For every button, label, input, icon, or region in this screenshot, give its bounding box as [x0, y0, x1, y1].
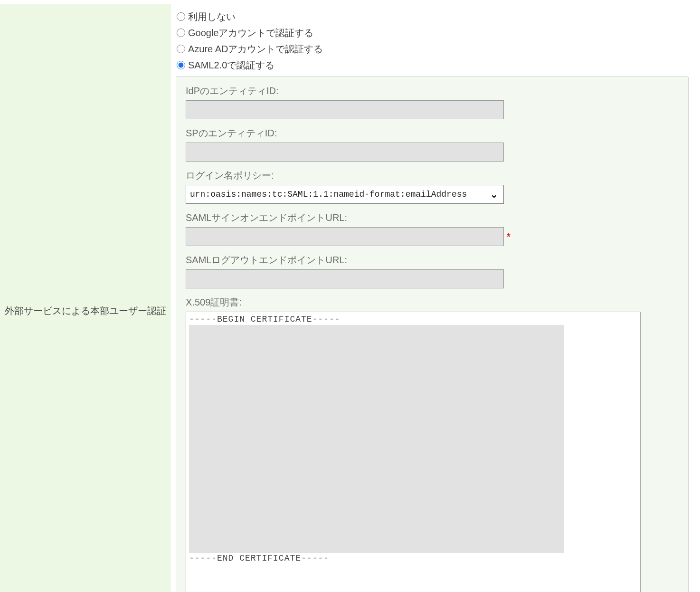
x509-cert-field: X.509証明書: -----BEGIN CERTIFICATE----- --…: [186, 296, 680, 592]
saml-signon-label: SAMLサインオンエンドポイントURL:: [186, 211, 680, 224]
login-name-policy-field: ログイン名ポリシー: urn:oasis:names:tc:SAML:1.1:n…: [186, 169, 680, 204]
login-name-policy-select[interactable]: urn:oasis:names:tc:SAML:1.1:nameid-forma…: [186, 185, 504, 204]
saml-logout-url-input[interactable]: [186, 269, 504, 288]
auth-setting-row: 外部サービスによる本部ユーザー認証 利用しない Googleアカウントで認証する…: [0, 4, 700, 592]
auth-option-none[interactable]: 利用しない: [177, 10, 695, 23]
x509-cert-textarea[interactable]: -----BEGIN CERTIFICATE----- -----END CER…: [186, 312, 641, 592]
auth-option-saml-label: SAML2.0で認証する: [188, 58, 274, 72]
auth-radio-none[interactable]: [177, 12, 185, 21]
auth-option-group: 利用しない Googleアカウントで認証する Azure ADアカウントで認証す…: [177, 10, 695, 72]
sp-entity-id-input[interactable]: [186, 143, 504, 162]
setting-label: 外部サービスによる本部ユーザー認証: [5, 305, 166, 317]
auth-radio-saml[interactable]: [177, 61, 185, 69]
idp-entity-id-input[interactable]: [186, 100, 504, 119]
saml-settings-panel: IdPのエンティティID: SPのエンティティID: ログイン名ポリシー:: [176, 76, 689, 592]
required-mark: *: [507, 231, 511, 242]
auth-option-saml[interactable]: SAML2.0で認証する: [177, 58, 695, 72]
idp-entity-id-label: IdPのエンティティID:: [186, 85, 680, 97]
cert-end-line: -----END CERTIFICATE-----: [189, 554, 329, 563]
saml-logout-label: SAMLログアウトエンドポイントURL:: [186, 254, 680, 267]
idp-entity-id-field: IdPのエンティティID:: [186, 85, 680, 119]
cert-body-redacted: [189, 325, 564, 553]
auth-option-google[interactable]: Googleアカウントで認証する: [177, 26, 695, 39]
sp-entity-id-label: SPのエンティティID:: [186, 127, 680, 140]
auth-option-none-label: 利用しない: [188, 10, 236, 23]
auth-option-azure-label: Azure ADアカウントで認証する: [188, 42, 323, 56]
cert-begin-line: -----BEGIN CERTIFICATE-----: [189, 315, 341, 324]
auth-radio-google[interactable]: [177, 29, 185, 37]
saml-logout-field: SAMLログアウトエンドポイントURL:: [186, 254, 680, 288]
auth-radio-azure[interactable]: [177, 45, 185, 53]
saml-signon-field: SAMLサインオンエンドポイントURL: *: [186, 211, 680, 246]
auth-option-azure[interactable]: Azure ADアカウントで認証する: [177, 42, 695, 56]
x509-cert-label: X.509証明書:: [186, 296, 680, 309]
setting-value-cell: 利用しない Googleアカウントで認証する Azure ADアカウントで認証す…: [171, 4, 700, 592]
auth-option-google-label: Googleアカウントで認証する: [188, 26, 314, 39]
setting-label-cell: 外部サービスによる本部ユーザー認証: [0, 4, 171, 592]
sp-entity-id-field: SPのエンティティID:: [186, 127, 680, 162]
login-name-policy-label: ログイン名ポリシー:: [186, 169, 680, 182]
saml-signon-url-input[interactable]: [186, 227, 504, 246]
